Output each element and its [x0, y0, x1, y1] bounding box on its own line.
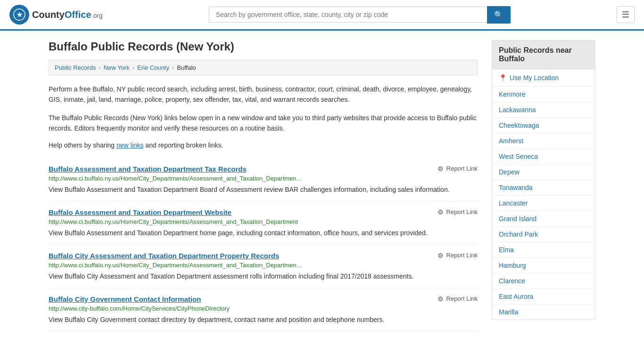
- record-item: Buffalo Assessment and Taxation Departme…: [49, 202, 478, 245]
- page-title: Buffalo Public Records (New York): [49, 40, 478, 53]
- help-suffix: and reporting broken links.: [144, 141, 223, 149]
- record-url-1[interactable]: http://www.ci.buffalo.ny.us/Home/City_De…: [49, 218, 478, 225]
- report-icon-1: ⚙: [438, 208, 444, 216]
- sidebar-link-amherst[interactable]: Amherst: [492, 133, 595, 149]
- sidebar-link-clarence[interactable]: Clarence: [492, 273, 595, 289]
- help-text: Help others by sharing new links and rep…: [49, 141, 478, 149]
- record-url-0[interactable]: http://www.ci.buffalo.ny.us/Home/City_De…: [49, 175, 478, 182]
- report-label-3: Report Link: [446, 295, 478, 302]
- menu-button[interactable]: ☰: [617, 6, 635, 23]
- record-item: Buffalo Assessment and Taxation Departme…: [49, 158, 478, 202]
- menu-icon: ☰: [622, 10, 629, 19]
- record-header: Buffalo Assessment and Taxation Departme…: [49, 208, 478, 216]
- record-desc-3: View Buffalo City Government contact dir…: [49, 315, 478, 325]
- search-icon: 🔍: [494, 11, 504, 19]
- content-wrapper: Buffalo Public Records (New York) Public…: [39, 31, 605, 341]
- sidebar-title: Public Records near Buffalo: [492, 41, 595, 69]
- sidebar-link-kenmore[interactable]: Kenmore: [492, 87, 595, 102]
- sidebar: Public Records near Buffalo 📍 Use My Loc…: [492, 40, 595, 332]
- logo-text: CountyOffice.org: [32, 9, 103, 20]
- record-title-0[interactable]: Buffalo Assessment and Taxation Departme…: [49, 165, 247, 173]
- sidebar-link-hamburg[interactable]: Hamburg: [492, 258, 595, 273]
- record-title-2[interactable]: Buffalo City Assessment and Taxation Dep…: [49, 252, 279, 260]
- description-2: The Buffalo Public Records (New York) li…: [49, 113, 478, 134]
- record-header: Buffalo Assessment and Taxation Departme…: [49, 165, 478, 173]
- report-icon-2: ⚙: [438, 252, 444, 259]
- record-desc-0: View Buffalo Assessment and Taxation Dep…: [49, 185, 478, 195]
- report-label-0: Report Link: [446, 165, 478, 172]
- report-icon-3: ⚙: [438, 295, 444, 303]
- sidebar-link-depew[interactable]: Depew: [492, 165, 595, 180]
- header: ★ CountyOffice.org 🔍 ☰: [0, 0, 644, 31]
- record-header: Buffalo City Government Contact Informat…: [49, 295, 478, 303]
- breadcrumb-sep-1: ›: [99, 64, 100, 71]
- use-my-location-label: Use My Location: [510, 74, 559, 82]
- report-link-3[interactable]: ⚙ Report Link: [438, 295, 478, 303]
- sidebar-link-grand-island[interactable]: Grand Island: [492, 211, 595, 227]
- breadcrumb-sep-3: ›: [172, 64, 174, 71]
- breadcrumb-new-york[interactable]: New York: [104, 64, 130, 71]
- record-desc-2: View Buffalo City Assessment and Taxatio…: [49, 272, 478, 281]
- record-url-3[interactable]: http://www.city-buffalo.com/Home/CitySer…: [49, 305, 478, 312]
- breadcrumb-erie-county[interactable]: Erie County: [137, 64, 169, 71]
- record-item: Buffalo City Assessment and Taxation Dep…: [49, 245, 478, 288]
- location-icon: 📍: [499, 74, 507, 82]
- record-header: Buffalo City Assessment and Taxation Dep…: [49, 252, 478, 260]
- sidebar-link-lancaster[interactable]: Lancaster: [492, 196, 595, 211]
- record-desc-1: View Buffalo Assessment and Taxation Dep…: [49, 228, 478, 238]
- sidebar-link-orchard-park[interactable]: Orchard Park: [492, 227, 595, 242]
- sidebar-link-cheektowaga[interactable]: Cheektowaga: [492, 118, 595, 133]
- record-url-2[interactable]: http://www.ci.buffalo.ny.us/Home/City_De…: [49, 262, 478, 269]
- help-prefix: Help others by sharing: [49, 141, 116, 149]
- breadcrumb-sep-2: ›: [132, 64, 134, 71]
- search-area: 🔍: [209, 6, 511, 24]
- report-link-2[interactable]: ⚙ Report Link: [438, 252, 478, 259]
- new-links-link[interactable]: new links: [116, 141, 144, 149]
- record-title-3[interactable]: Buffalo City Government Contact Informat…: [49, 295, 201, 303]
- report-label-1: Report Link: [446, 208, 478, 215]
- breadcrumb-public-records[interactable]: Public Records: [55, 64, 96, 71]
- report-icon-0: ⚙: [438, 165, 444, 173]
- record-item: Buffalo City Government Contact Informat…: [49, 288, 478, 332]
- sidebar-link-lackawanna[interactable]: Lackawanna: [492, 102, 595, 118]
- breadcrumb-buffalo: Buffalo: [177, 64, 196, 71]
- main-content: Buffalo Public Records (New York) Public…: [49, 40, 478, 332]
- report-label-2: Report Link: [446, 252, 478, 259]
- sidebar-link-tonawanda[interactable]: Tonawanda: [492, 180, 595, 196]
- sidebar-link-west-seneca[interactable]: West Seneca: [492, 149, 595, 165]
- description-1: Perform a free Buffalo, NY public record…: [49, 84, 478, 105]
- report-link-0[interactable]: ⚙ Report Link: [438, 165, 478, 173]
- search-button[interactable]: 🔍: [487, 6, 511, 24]
- logo-icon: ★: [9, 5, 29, 25]
- report-link-1[interactable]: ⚙ Report Link: [438, 208, 478, 216]
- sidebar-link-elma[interactable]: Elma: [492, 242, 595, 258]
- sidebar-box: Public Records near Buffalo 📍 Use My Loc…: [492, 40, 595, 320]
- record-title-1[interactable]: Buffalo Assessment and Taxation Departme…: [49, 208, 231, 216]
- sidebar-link-marilla[interactable]: Marilla: [492, 304, 595, 320]
- use-my-location-button[interactable]: 📍 Use My Location: [492, 69, 595, 87]
- sidebar-link-east-aurora[interactable]: East Aurora: [492, 289, 595, 304]
- breadcrumb: Public Records › New York › Erie County …: [49, 60, 478, 75]
- records-list: Buffalo Assessment and Taxation Departme…: [49, 158, 478, 332]
- svg-text:★: ★: [17, 11, 23, 18]
- logo-area: ★ CountyOffice.org: [9, 5, 103, 25]
- nearby-list: KenmoreLackawannaCheektowagaAmherstWest …: [492, 87, 595, 320]
- search-input[interactable]: [209, 7, 487, 23]
